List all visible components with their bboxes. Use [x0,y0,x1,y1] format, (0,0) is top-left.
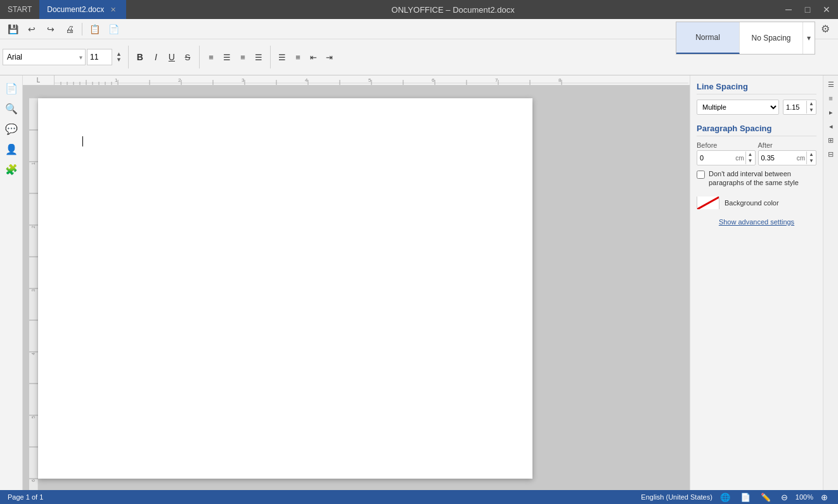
font-name-input[interactable] [3,53,79,61]
tab-document-label: Document2.docx [47,5,104,14]
undo-button[interactable]: ↩ [23,22,41,37]
line-spacing-type-select[interactable]: Multiple Single 1.5 Lines Double Exactly… [697,100,779,115]
numbered-list-button[interactable]: ≡ [290,49,306,65]
sidebar-icon-file[interactable]: 📄 [3,79,20,97]
document-scroll-area[interactable]: 1 2 3 4 5 6 7 [23,86,690,490]
text-format-group: B I U S [132,49,195,65]
tab-start[interactable]: START [0,0,39,19]
align-left-button[interactable]: ≡ [203,49,219,65]
paste-button[interactable]: 📄 [105,22,122,37]
before-spacing-input[interactable] [697,154,735,162]
ruler-corner: L [23,75,55,85]
line-spacing-down[interactable]: ▼ [807,107,816,113]
same-style-checkbox-row: Don't add interval between paragraphs of… [697,169,816,188]
line-spacing-section: Line Spacing Multiple Single 1.5 Lines D… [697,82,816,115]
content-area: L [23,75,690,490]
align-justify-button[interactable]: ☰ [251,49,266,65]
sidebar-icon-search[interactable]: 🔍 [3,100,20,117]
maximize-button[interactable]: □ [799,3,816,16]
line-spacing-value-input[interactable] [783,103,806,111]
after-up[interactable]: ▲ [807,152,816,158]
mini-toolbar-btn-3[interactable]: ▸ [825,106,837,119]
font-name-selector[interactable]: ▾ [3,49,86,65]
svg-text:4: 4 [31,352,35,355]
svg-text:2: 2 [178,77,181,83]
after-spacing-input[interactable] [759,154,797,162]
document-page[interactable] [38,98,532,479]
background-color-label: Background color [725,199,779,207]
increase-indent-button[interactable]: ⇥ [322,49,337,65]
window-controls: ─ □ ✕ [780,3,838,16]
after-down[interactable]: ▼ [807,158,816,164]
status-zoom-out-button[interactable]: ⊖ [778,493,790,502]
background-color-swatch[interactable] [697,197,719,209]
background-color-section: Background color [697,197,816,209]
copy-button[interactable]: 📋 [86,22,103,37]
mini-toolbar-btn-1[interactable]: ☰ [825,78,837,91]
italic-button[interactable]: I [148,49,164,65]
after-unit: cm [797,155,806,162]
right-mini-toolbar: ☰ ≡ ▸ ◂ ⊞ ⊟ [823,75,838,490]
paragraph-spacing-section: Paragraph Spacing Before cm ▲ ▼ [697,124,816,188]
after-input-group: cm ▲ ▼ [758,150,817,165]
bold-button[interactable]: B [132,49,148,65]
sidebar-icon-plugin[interactable]: 🧩 [3,160,20,178]
status-bar: Page 1 of 1 English (United States) 🌐 📄 … [0,490,838,504]
mini-toolbar-btn-4[interactable]: ◂ [825,120,837,132]
status-zoom-in-button[interactable]: ⊕ [818,493,830,502]
before-spinners: ▲ ▼ [745,152,755,164]
status-doc-button[interactable]: 📄 [738,493,753,502]
decrease-indent-button[interactable]: ⇤ [306,49,321,65]
background-color-row: Background color [697,197,816,209]
mini-toolbar-btn-6[interactable]: ⊟ [825,148,837,160]
status-right: English (United States) 🌐 📄 ✏️ ⊖ 100% ⊕ [641,493,830,502]
paragraph-spacing-title: Paragraph Spacing [697,124,816,136]
sidebar-icon-user[interactable]: 👤 [3,140,20,158]
ribbon-separator-3 [270,46,271,68]
svg-text:6: 6 [31,479,35,482]
align-right-button[interactable]: ≡ [235,49,250,65]
style-no-spacing[interactable]: No Spacing [740,22,803,54]
ribbon-settings-button[interactable]: ⚙ [816,20,834,38]
vertical-ruler: 1 2 3 4 5 6 7 [29,98,38,477]
mini-toolbar-btn-2[interactable]: ≡ [825,92,837,105]
line-spacing-title: Line Spacing [697,82,816,94]
close-button[interactable]: ✕ [818,3,835,16]
before-unit: cm [735,155,745,162]
line-spacing-spinners: ▲ ▼ [806,101,816,113]
font-size-input[interactable] [87,49,112,65]
before-input-group: cm ▲ ▼ [697,150,756,165]
style-normal[interactable]: Normal [676,22,740,54]
redo-button[interactable]: ↪ [42,22,60,37]
tab-close-icon[interactable]: ✕ [108,4,119,15]
before-up[interactable]: ▲ [746,152,755,158]
styles-dropdown-button[interactable]: ▾ [803,34,815,42]
status-edit-button[interactable]: ✏️ [758,493,773,502]
minimize-button[interactable]: ─ [780,3,797,16]
line-spacing-up[interactable]: ▲ [807,101,816,107]
show-advanced-settings-link[interactable]: Show advanced settings [697,218,816,226]
underline-button[interactable]: U [164,49,179,65]
same-style-checkbox[interactable] [697,171,705,179]
sidebar-icon-comment[interactable]: 💬 [3,120,20,138]
tab-document[interactable]: Document2.docx ✕ [39,0,126,19]
language-indicator[interactable]: English (United States) [641,493,712,501]
mini-toolbar-btn-5[interactable]: ⊞ [825,134,837,146]
font-name-dropdown-icon[interactable]: ▾ [79,54,85,61]
bullet-list-button[interactable]: ☰ [274,49,290,65]
after-spinners: ▲ ▼ [806,152,816,164]
ribbon-separator-2 [199,46,200,68]
svg-text:2: 2 [31,226,35,228]
svg-text:1: 1 [115,77,118,83]
strikethrough-button[interactable]: S [180,49,195,65]
font-size-decrease[interactable]: ▼ [115,57,123,63]
align-center-button[interactable]: ☰ [219,49,235,65]
svg-text:4: 4 [305,77,308,83]
styles-gallery: Normal No Spacing ▾ [676,22,815,55]
svg-text:3: 3 [242,77,245,83]
before-down[interactable]: ▼ [746,158,755,164]
print-button[interactable]: 🖨 [61,22,79,37]
page-info: Page 1 of 1 [8,493,43,501]
status-globe-button[interactable]: 🌐 [718,493,733,502]
save-button[interactable]: 💾 [4,22,22,37]
